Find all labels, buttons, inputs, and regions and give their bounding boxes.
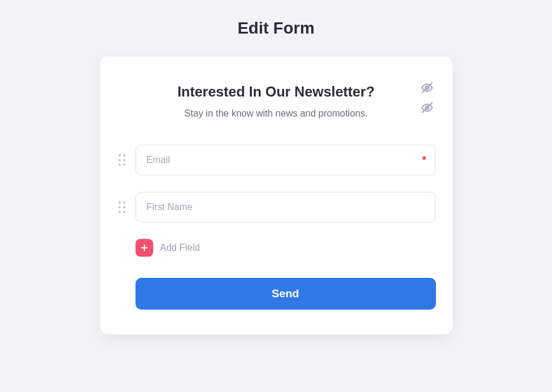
field-row-email: * (117, 145, 436, 175)
form-header: Interested In Our Newsletter? Stay in th… (117, 84, 436, 119)
field-row-first-name (117, 192, 436, 222)
first-name-field[interactable] (135, 192, 436, 222)
add-field-button[interactable]: Add Field (135, 239, 436, 257)
drag-handle-icon[interactable] (117, 200, 127, 215)
form-card: Interested In Our Newsletter? Stay in th… (100, 57, 452, 334)
page-root: Edit Form Interested In Our Newsletter? … (0, 0, 552, 392)
visibility-toggle-group (421, 81, 434, 114)
form-subtitle[interactable]: Stay in the know with news and promotion… (117, 108, 436, 119)
send-button[interactable]: Send (135, 278, 436, 310)
email-field[interactable] (135, 145, 436, 175)
form-title[interactable]: Interested In Our Newsletter? (117, 84, 436, 100)
eye-off-icon[interactable] (421, 81, 434, 94)
input-wrap: * (135, 145, 436, 175)
add-field-label: Add Field (160, 242, 200, 253)
eye-off-icon[interactable] (421, 101, 434, 114)
input-wrap (135, 192, 436, 222)
plus-icon (135, 239, 153, 257)
drag-handle-icon[interactable] (117, 152, 127, 168)
page-title: Edit Form (237, 19, 315, 38)
